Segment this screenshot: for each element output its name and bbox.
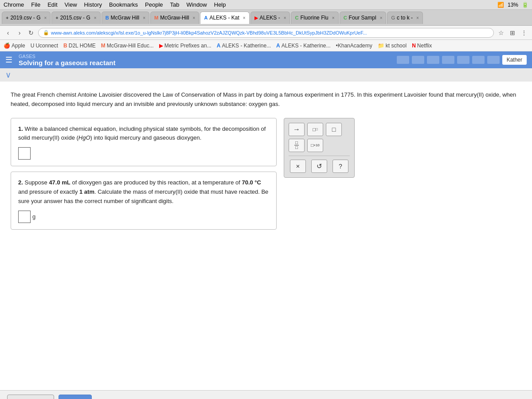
- tab-icon-fluorine: C: [295, 15, 298, 20]
- menu-chrome[interactable]: Chrome: [4, 1, 24, 8]
- tab-close-2015[interactable]: ×: [94, 16, 97, 20]
- battery-icon: 🔋: [522, 2, 528, 8]
- tab-aleks-active[interactable]: A ALEKS - Kat ×: [200, 12, 249, 24]
- bookmark-label-uconnect: Uconnect: [35, 43, 58, 49]
- eq-arrow-btn[interactable]: →: [289, 123, 305, 136]
- bookmark-mcgrawhill-edu[interactable]: M McGraw-Hill Educ...: [101, 43, 154, 49]
- d2l-icon: B: [63, 43, 67, 49]
- tab-aleks2[interactable]: ▶ ALEKS - ×: [250, 12, 290, 24]
- tab-close-foursample[interactable]: ×: [380, 16, 383, 20]
- tab-close-ctok[interactable]: ×: [416, 16, 419, 20]
- aleks-header: ☰ GASES Solving for a gaseous reactant K…: [0, 51, 532, 68]
- header-rect-4[interactable]: [442, 56, 454, 64]
- back-button[interactable]: ‹: [4, 28, 12, 37]
- header-rect-3[interactable]: [427, 56, 439, 64]
- extensions-btn[interactable]: ⊞: [508, 28, 517, 37]
- tab-icon-2019: +: [6, 15, 8, 20]
- tab-fluorine[interactable]: C Fluorine Flu ×: [291, 12, 338, 24]
- eq-superscript-btn[interactable]: □□: [307, 123, 323, 136]
- tab-label-fluorine: Fluorine Flu: [300, 15, 328, 21]
- problem-2-text: 2. Suppose 47.0 mL of dioxygen gas are p…: [18, 178, 269, 206]
- chevron-down-icon[interactable]: ∨: [5, 70, 11, 79]
- tab-2019csv[interactable]: + 2019.csv - G ×: [2, 12, 51, 24]
- tab-ctok[interactable]: G c to k - ×: [387, 12, 422, 24]
- page-title: Solving for a gaseous reactant: [19, 59, 115, 66]
- tab-mcgrawhill2[interactable]: M McGraw-Hill ×: [150, 12, 199, 24]
- bookmark-metric[interactable]: ▶ Metric Prefixes an...: [159, 43, 211, 49]
- menu-window[interactable]: Window: [187, 1, 207, 8]
- tab-close-aleks[interactable]: ×: [243, 16, 246, 20]
- tab-label-foursample: Four Sampl: [349, 15, 376, 21]
- bookmark-label-metric: Metric Prefixes an...: [164, 43, 211, 49]
- problem-2-answer-box[interactable]: [18, 211, 31, 223]
- tab-label-mcgraw: McGraw Hill: [111, 15, 140, 21]
- problem-2-input-row: g: [18, 211, 269, 223]
- tab-2015csv[interactable]: + 2015.csv - G ×: [51, 12, 100, 24]
- main-content: The great French chemist Antoine Lavoisi…: [0, 82, 532, 390]
- bookmarks-bar: 🍎 Apple U Uconnect B D2L HOME M McGraw-H…: [0, 40, 532, 51]
- metric-icon: ▶: [159, 43, 163, 49]
- check-button[interactable]: Check: [59, 395, 92, 399]
- bookmark-ktschool[interactable]: 📁 kt school: [378, 43, 407, 49]
- problem-1-input-row: [18, 147, 269, 160]
- uconnect-icon: U: [31, 43, 35, 49]
- menu-view[interactable]: View: [65, 1, 77, 8]
- reload-button[interactable]: ↻: [27, 28, 35, 37]
- forward-button[interactable]: ›: [15, 28, 24, 37]
- tab-bar: + 2019.csv - G × + 2015.csv - G × B McGr…: [0, 10, 532, 26]
- more-btn[interactable]: ⋮: [520, 28, 528, 37]
- tab-label-2015: 2015.csv - G: [60, 15, 90, 21]
- bookmark-uconnect[interactable]: U Uconnect: [31, 43, 58, 49]
- url-box[interactable]: 🔒 www-awn.aleks.com/alekscgi/x/lsl.exe/1…: [38, 28, 494, 38]
- header-rect-1[interactable]: [397, 56, 409, 64]
- tab-close-fluorine[interactable]: ×: [332, 16, 335, 20]
- temperature-value: 70.0 °C: [242, 179, 261, 186]
- mcgraw-edu-icon: M: [101, 43, 106, 49]
- bookmark-label-ktschool: kt school: [386, 43, 407, 49]
- menu-help[interactable]: Help: [214, 1, 226, 8]
- bookmark-label-aleks-kath1: ALEKS - Katherine...: [222, 43, 271, 49]
- menu-people[interactable]: People: [145, 1, 163, 8]
- tab-close-mcgraw2[interactable]: ×: [193, 16, 196, 20]
- menu-tab[interactable]: Tab: [170, 1, 180, 8]
- bookmark-aleks-kath1[interactable]: A ALEKS - Katherine...: [217, 43, 271, 49]
- kather-button[interactable]: Kather: [502, 55, 527, 65]
- header-rect-5[interactable]: [457, 56, 469, 64]
- problem-2-box: 2. Suppose 47.0 mL of dioxygen gas are p…: [11, 172, 277, 229]
- eq-box-btn[interactable]: □: [326, 123, 342, 136]
- header-rect-2[interactable]: [412, 56, 424, 64]
- tab-close-2019[interactable]: ×: [44, 16, 47, 20]
- tab-four-sample[interactable]: C Four Sampl ×: [340, 12, 387, 24]
- wifi-icon: 📶: [497, 2, 504, 8]
- eq-multiply-btn[interactable]: ×: [290, 160, 306, 173]
- explanation-button[interactable]: Explanation: [7, 395, 54, 399]
- bookmark-aleks-kath2[interactable]: A ALEKS - Katherine...: [276, 43, 330, 49]
- tab-close-aleks2[interactable]: ×: [284, 16, 286, 20]
- tab-label-ctok: c to k -: [397, 15, 413, 21]
- eq-row-1: → □□ □: [289, 123, 350, 136]
- bookmark-khan[interactable]: •KhanAcademy: [336, 43, 372, 49]
- menu-bookmarks[interactable]: Bookmarks: [109, 1, 138, 8]
- tab-mcgrawhill[interactable]: B McGraw Hill ×: [102, 12, 149, 24]
- tab-close-mcgraw[interactable]: ×: [143, 16, 145, 20]
- eq-sub-ten-btn[interactable]: □×10: [307, 139, 323, 152]
- header-rect-6[interactable]: [472, 56, 485, 64]
- bookmark-d2l[interactable]: B D2L HOME: [63, 43, 96, 49]
- header-right: Kather: [397, 55, 527, 65]
- aleks-kath2-icon: A: [276, 43, 280, 49]
- tab-label-mcgraw2: McGraw-Hill: [160, 15, 189, 21]
- bookmark-netflix[interactable]: N Netflix: [412, 43, 432, 49]
- menu-file[interactable]: File: [31, 1, 40, 8]
- menu-history[interactable]: History: [84, 1, 102, 8]
- tab-icon-foursample: C: [344, 15, 347, 20]
- menu-edit[interactable]: Edit: [47, 1, 57, 8]
- eq-undo-btn[interactable]: ↺: [311, 160, 327, 173]
- header-rect-7[interactable]: [487, 56, 500, 64]
- eq-row-2: □ □ □×10: [289, 139, 350, 152]
- eq-fraction-btn[interactable]: □ □: [289, 139, 305, 152]
- bookmark-star[interactable]: ☆: [497, 28, 505, 37]
- problem-1-answer-box[interactable]: [18, 147, 31, 160]
- bookmark-apple[interactable]: 🍎 Apple: [4, 43, 25, 49]
- eq-question-btn[interactable]: ?: [332, 160, 348, 173]
- hamburger-menu[interactable]: ☰: [5, 55, 12, 65]
